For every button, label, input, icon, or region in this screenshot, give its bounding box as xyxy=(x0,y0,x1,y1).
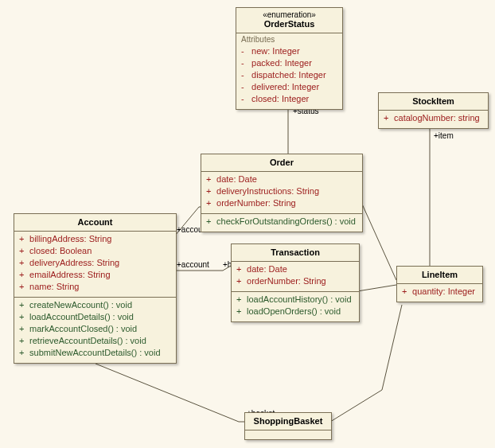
class-order[interactable]: Order + date: Date+ deliveryInstructions… xyxy=(201,154,363,232)
class-order-status[interactable]: «enumeration» OrderStatus Attributes - n… xyxy=(236,7,343,110)
class-title: Transaction xyxy=(232,244,359,261)
class-line-item[interactable]: LineItem + quantity: Integer xyxy=(396,266,483,302)
attr-list: + quantity: Integer xyxy=(397,284,482,302)
attribute-row: + billingAddress: String xyxy=(19,233,171,245)
class-title: StockItem xyxy=(379,93,488,110)
attribute-row: - closed: Integer xyxy=(241,93,337,105)
class-title: ShoppingBasket xyxy=(245,413,331,430)
class-shopping-basket[interactable]: ShoppingBasket xyxy=(244,412,332,440)
class-transaction[interactable]: Transaction + date: Date+ orderNumber: S… xyxy=(231,243,360,322)
attribute-row: + name: String xyxy=(19,281,171,293)
class-title: Account xyxy=(14,214,176,231)
class-account[interactable]: Account + billingAddress: String+ closed… xyxy=(14,213,177,364)
operation-row: + loadOpenOrders() : void xyxy=(236,306,354,317)
operation-row: + submitNewAccountDetails() : void xyxy=(19,347,171,359)
attribute-row: + date: Date xyxy=(206,173,357,185)
attribute-row: + deliveryAddress: String xyxy=(19,257,171,269)
attr-section-label: Attributes xyxy=(236,33,342,44)
role-item: +item xyxy=(434,131,454,140)
operation-row: + loadAccountDetails() : void xyxy=(19,311,171,323)
operation-row: + createNewAccount() : void xyxy=(19,299,171,311)
op-list: + loadAccountHistory() : void+ loadOpenO… xyxy=(232,292,359,321)
attr-list: + billingAddress: String+ closed: Boolea… xyxy=(14,232,176,297)
attr-list: + date: Date+ orderNumber: String xyxy=(232,262,359,291)
attr-list: - new: Integer- packed: Integer- dispatc… xyxy=(236,44,342,109)
svg-line-2 xyxy=(361,201,396,280)
operation-row: + markAccountClosed() : void xyxy=(19,323,171,335)
attr-list: + date: Date+ deliveryInstructions: Stri… xyxy=(201,172,362,213)
operation-row: + loadAccountHistory() : void xyxy=(236,294,354,306)
attribute-row: + emailAddress: String xyxy=(19,269,171,281)
stereotype: «enumeration» xyxy=(236,8,342,19)
attribute-row: + catalogNumber: string xyxy=(384,112,483,124)
attribute-row: + quantity: Integer xyxy=(402,286,477,298)
class-title: Order xyxy=(201,154,362,171)
role-account-2: +account xyxy=(177,260,209,269)
attribute-row: - delivered: Integer xyxy=(241,81,337,93)
attribute-row: - packed: Integer xyxy=(241,57,337,69)
class-stock-item[interactable]: StockItem + catalogNumber: string xyxy=(378,92,489,129)
op-list: + createNewAccount() : void+ loadAccount… xyxy=(14,298,176,363)
attribute-row: + deliveryInstructions: String xyxy=(206,185,357,197)
attribute-row: - dispatched: Integer xyxy=(241,69,337,81)
attribute-row: + closed: Boolean xyxy=(19,245,171,257)
svg-line-3 xyxy=(357,285,396,291)
attribute-row: + date: Date xyxy=(236,263,354,275)
op-list: + checkForOutstandingOrders() : void xyxy=(201,214,362,232)
attribute-row: + orderNumber: String xyxy=(236,275,354,287)
class-title: LineItem xyxy=(397,267,482,283)
operation-row: + checkForOutstandingOrders() : void xyxy=(206,216,357,228)
operation-row: + retrieveAccountDetails() : void xyxy=(19,335,171,347)
class-title: OrderStatus xyxy=(236,19,342,33)
attribute-row: + orderNumber: String xyxy=(206,197,357,209)
attribute-row: - new: Integer xyxy=(241,45,337,57)
attr-list: + catalogNumber: string xyxy=(379,111,488,128)
